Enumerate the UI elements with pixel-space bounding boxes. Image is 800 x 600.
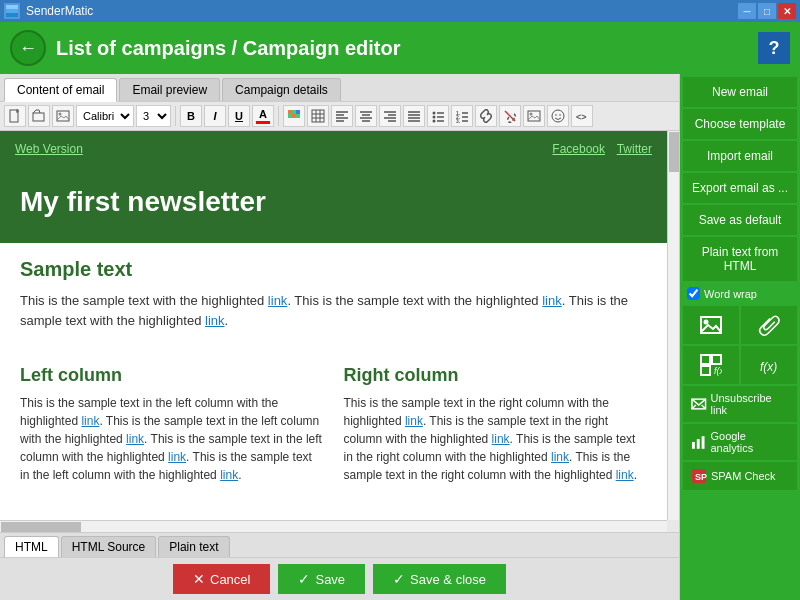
unsubscribe-button[interactable]: Unsubscribe link (683, 386, 797, 422)
smiley-btn[interactable] (547, 105, 569, 127)
image-btn[interactable] (523, 105, 545, 127)
paperclip-button[interactable] (741, 306, 797, 344)
svg-text:<>: <> (576, 112, 587, 122)
main-content: Content of email Email preview Campaign … (0, 74, 800, 600)
section1-title: Sample text (20, 258, 647, 281)
facebook-link[interactable]: Facebook (552, 142, 605, 156)
scrollbar-thumb-v[interactable] (669, 132, 679, 172)
svg-point-49 (552, 110, 564, 122)
web-version-link[interactable]: Web Version (15, 142, 83, 156)
left-link2[interactable]: link (126, 432, 144, 446)
svg-rect-12 (296, 114, 300, 118)
cancel-button[interactable]: ✕ Cancel (173, 564, 270, 594)
titlebar-controls: ─ □ ✕ (738, 3, 796, 19)
email-header-bar: Web Version Facebook Twitter (0, 131, 667, 166)
left-link3[interactable]: link (168, 450, 186, 464)
svg-point-51 (559, 114, 561, 116)
save-close-button[interactable]: ✓ Save & close (373, 564, 506, 594)
font-family-select[interactable]: Calibri (76, 105, 134, 127)
link-btn[interactable] (475, 105, 497, 127)
close-button[interactable]: ✕ (778, 3, 796, 19)
right-link4[interactable]: link (616, 468, 634, 482)
import-email-button[interactable]: Import email (683, 141, 797, 171)
justify-btn[interactable] (403, 105, 425, 127)
tab-html[interactable]: HTML (4, 536, 59, 557)
svg-point-48 (530, 113, 533, 116)
table-btn[interactable] (307, 105, 329, 127)
email-columns: Left column This is the sample text in t… (0, 355, 667, 499)
align-center-btn[interactable] (355, 105, 377, 127)
ol-btn[interactable]: 1.2.3. (451, 105, 473, 127)
vertical-scrollbar[interactable] (667, 131, 679, 520)
unlink-btn[interactable] (499, 105, 521, 127)
svg-rect-9 (296, 110, 300, 114)
highlight-btn[interactable] (283, 105, 305, 127)
tab-content-email[interactable]: Content of email (4, 78, 117, 102)
twitter-link[interactable]: Twitter (617, 142, 652, 156)
editor-area[interactable]: Web Version Facebook Twitter My first ne… (0, 131, 679, 532)
new-email-button[interactable]: New email (683, 77, 797, 107)
bold-button[interactable]: B (180, 105, 202, 127)
right-link3[interactable]: link (551, 450, 569, 464)
minimize-button[interactable]: ─ (738, 3, 756, 19)
align-left-btn[interactable] (331, 105, 353, 127)
export-email-button[interactable]: Export email as ... (683, 173, 797, 203)
editor-toolbar: Calibri 3 B I U A (0, 102, 679, 131)
tab-email-preview[interactable]: Email preview (119, 78, 220, 101)
horizontal-scrollbar[interactable] (0, 520, 667, 532)
left-link4[interactable]: link (220, 468, 238, 482)
svg-text:3.: 3. (456, 118, 461, 123)
toolbar-new[interactable] (4, 105, 26, 127)
back-button[interactable]: ← (10, 30, 46, 66)
plain-text-button[interactable]: Plain text from HTML (683, 237, 797, 281)
tab-campaign-details[interactable]: Campaign details (222, 78, 341, 101)
google-analytics-button[interactable]: Google analytics (683, 424, 797, 460)
tab-html-source[interactable]: HTML Source (61, 536, 157, 557)
left-link1[interactable]: link (81, 414, 99, 428)
svg-rect-5 (57, 111, 69, 121)
underline-button[interactable]: U (228, 105, 250, 127)
svg-point-6 (59, 113, 62, 116)
choose-template-button[interactable]: Choose template (683, 109, 797, 139)
word-wrap-checkbox[interactable] (687, 287, 700, 300)
tab-plain-text[interactable]: Plain text (158, 536, 229, 557)
svg-rect-57 (701, 366, 710, 375)
editor-panel: Content of email Email preview Campaign … (0, 74, 680, 600)
image-toolbar-button[interactable] (683, 306, 739, 344)
right-link1[interactable]: link (405, 414, 423, 428)
scrollbar-thumb-h[interactable] (1, 522, 81, 532)
email-hero: My first newsletter (0, 166, 667, 243)
link1[interactable]: link (268, 293, 288, 308)
bottom-tabs: HTML HTML Source Plain text (0, 532, 679, 557)
block-editor-button[interactable]: f(x) (683, 346, 739, 384)
right-link2[interactable]: link (492, 432, 510, 446)
toolbar-image[interactable] (52, 105, 74, 127)
italic-button[interactable]: I (204, 105, 226, 127)
svg-rect-65 (702, 436, 705, 449)
svg-rect-56 (712, 355, 721, 364)
toolbar-open[interactable] (28, 105, 50, 127)
align-right-btn[interactable] (379, 105, 401, 127)
cancel-label: Cancel (210, 572, 250, 587)
left-col-title: Left column (20, 365, 324, 386)
font-size-select[interactable]: 3 (136, 105, 171, 127)
formula-button[interactable]: f(x) (741, 346, 797, 384)
svg-point-50 (555, 114, 557, 116)
maximize-button[interactable]: □ (758, 3, 776, 19)
svg-point-36 (433, 120, 436, 123)
source-btn[interactable]: <> (571, 105, 593, 127)
save-button[interactable]: ✓ Save (278, 564, 365, 594)
page-title: List of campaigns / Campaign editor (56, 37, 748, 60)
link3[interactable]: link (205, 313, 225, 328)
help-button[interactable]: ? (758, 32, 790, 64)
word-wrap-row: Word wrap (683, 283, 797, 304)
font-color-button[interactable]: A (252, 105, 274, 127)
svg-text:f(x): f(x) (760, 360, 777, 374)
titlebar-left: SenderMatic (4, 3, 93, 19)
spam-check-button[interactable]: SP SPAM Check (683, 462, 797, 490)
svg-rect-0 (6, 5, 18, 9)
ul-btn[interactable] (427, 105, 449, 127)
social-links: Facebook Twitter (552, 141, 652, 156)
link2[interactable]: link (542, 293, 562, 308)
save-default-button[interactable]: Save as default (683, 205, 797, 235)
